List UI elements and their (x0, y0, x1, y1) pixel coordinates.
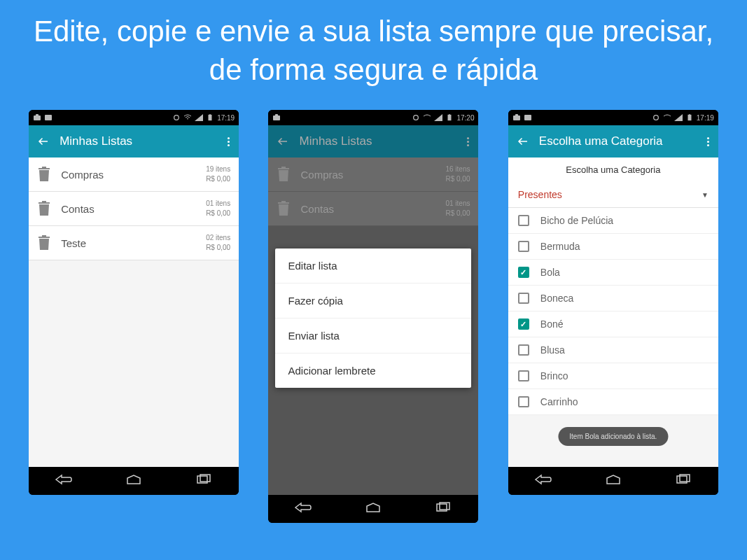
svg-rect-20 (689, 114, 690, 115)
more-icon[interactable] (707, 137, 710, 146)
more-icon[interactable] (467, 137, 470, 146)
category-dropdown[interactable]: Presentes ▼ (508, 182, 718, 208)
svg-rect-1 (36, 114, 39, 116)
trash-icon[interactable] (37, 200, 51, 217)
back-icon[interactable] (37, 135, 50, 148)
list-item[interactable]: Teste 02 itensR$ 0,00 (29, 226, 239, 260)
camera-icon (33, 114, 41, 121)
category-item[interactable]: Blusa (508, 337, 718, 363)
category-item[interactable]: Carrinho (508, 389, 718, 415)
category-item[interactable]: Boné (508, 312, 718, 337)
checkbox[interactable] (518, 318, 529, 330)
trash-icon[interactable] (277, 200, 291, 217)
checkbox[interactable] (518, 396, 529, 407)
nav-recent-icon[interactable] (195, 474, 213, 488)
category-item[interactable]: Bicho de Pelúcia (508, 208, 718, 234)
app-bar: Minhas Listas (268, 125, 478, 158)
card-icon (524, 114, 532, 121)
status-time: 17:20 (456, 114, 474, 122)
checkbox[interactable] (518, 241, 529, 252)
category-item-label: Bola (540, 267, 560, 278)
phones-container: 17:19 Minhas Listas Compras 19 itensR$ 0… (0, 110, 747, 523)
menu-item[interactable]: Adicionar lembrete (275, 354, 471, 388)
subheader: Escolha uma Categoria (508, 158, 718, 182)
phone-2: 17:20 Minhas Listas Compras 16 itensR$ 0… (268, 110, 478, 523)
category-item-label: Brinco (540, 370, 568, 382)
checkbox[interactable] (518, 370, 529, 382)
nav-back-icon[interactable] (294, 502, 312, 516)
list-item-meta: 19 itensR$ 0,00 (206, 164, 230, 184)
context-menu: Editar listaFazer cópiaEnviar listaAdici… (275, 248, 471, 388)
nav-bar (29, 467, 239, 495)
app-bar: Escolha uma Categoria (508, 125, 718, 158)
app-title: Minhas Listas (299, 134, 467, 148)
back-icon[interactable] (277, 135, 289, 148)
list-item-label: Compras (61, 169, 206, 181)
category-item-label: Carrinho (540, 396, 578, 407)
signal-icon (195, 114, 203, 121)
category-item[interactable]: Brinco (508, 363, 718, 389)
signal-icon (434, 114, 442, 121)
svg-rect-16 (515, 114, 518, 116)
menu-item[interactable]: Enviar lista (275, 318, 471, 354)
category-item-label: Bicho de Pelúcia (540, 215, 613, 226)
camera-icon (272, 114, 281, 121)
back-icon[interactable] (517, 135, 529, 148)
more-icon[interactable] (228, 137, 230, 146)
trash-icon[interactable] (277, 166, 291, 183)
list-content: Compras 16 itensR$ 0,00 Contas 01 itensR… (268, 158, 478, 495)
status-bar: 17:19 (29, 110, 239, 125)
nav-home-icon[interactable] (364, 502, 382, 516)
list-item: Compras 16 itensR$ 0,00 (268, 158, 478, 192)
checkbox[interactable] (518, 267, 529, 278)
nav-recent-icon[interactable] (434, 502, 452, 516)
svg-rect-19 (687, 115, 691, 120)
nav-back-icon[interactable] (534, 474, 552, 488)
checkbox[interactable] (518, 215, 529, 226)
status-bar: 17:20 (268, 110, 478, 125)
alarm-icon (412, 114, 420, 121)
category-item[interactable]: Bola (508, 260, 718, 286)
svg-rect-9 (275, 114, 278, 116)
nav-bar (268, 495, 478, 523)
checkbox[interactable] (518, 344, 529, 356)
toast: Item Bola adicionado à lista. (558, 427, 668, 446)
category-item[interactable]: Bermuda (508, 234, 718, 260)
list-item[interactable]: Compras 19 itensR$ 0,00 (29, 158, 239, 192)
wifi-icon (423, 114, 431, 121)
list-item: Contas 01 itensR$ 0,00 (268, 192, 478, 226)
menu-item[interactable]: Fazer cópia (275, 284, 471, 318)
category-item-label: Bermuda (540, 241, 580, 252)
category-item[interactable]: Boneca (508, 286, 718, 312)
category-item-label: Blusa (540, 344, 565, 356)
svg-point-18 (653, 115, 658, 120)
status-time: 17:19 (217, 114, 235, 122)
status-bar: 17:19 (508, 110, 718, 125)
card-icon (44, 114, 53, 121)
camera-icon (512, 114, 521, 121)
nav-bar (508, 467, 718, 495)
alarm-icon (652, 114, 660, 121)
svg-rect-17 (524, 115, 531, 120)
list-item[interactable]: Contas 01 itensR$ 0,00 (29, 192, 239, 226)
list-item-label: Compras (300, 169, 445, 181)
list-item-meta: 02 itensR$ 0,00 (206, 233, 230, 253)
nav-back-icon[interactable] (55, 474, 73, 488)
svg-rect-15 (513, 115, 520, 120)
battery-icon (685, 114, 694, 121)
trash-icon[interactable] (37, 234, 51, 251)
trash-icon[interactable] (37, 166, 51, 183)
phone-1: 17:19 Minhas Listas Compras 19 itensR$ 0… (29, 110, 239, 495)
wifi-icon (663, 114, 671, 121)
nav-home-icon[interactable] (125, 474, 143, 488)
nav-home-icon[interactable] (604, 474, 622, 488)
svg-rect-4 (209, 115, 212, 120)
nav-recent-icon[interactable] (674, 474, 692, 488)
category-item-label: Boneca (540, 293, 573, 304)
checkbox[interactable] (518, 293, 529, 304)
svg-rect-11 (448, 115, 452, 120)
svg-rect-12 (449, 114, 451, 115)
menu-item[interactable]: Editar lista (275, 248, 471, 284)
list-content: Compras 19 itensR$ 0,00 Contas 01 itensR… (29, 158, 239, 467)
phone-3: 17:19 Escolha uma Categoria Escolha uma … (508, 110, 718, 495)
